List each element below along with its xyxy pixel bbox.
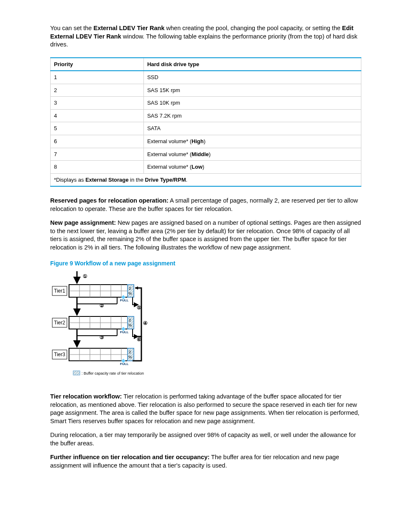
svg-text:FULL: FULL (120, 330, 129, 334)
callout-4: ④ (143, 320, 148, 326)
table-footnote-row: *Displays as External Storage in the Dri… (51, 173, 361, 186)
callout-5: ⑤ (137, 305, 141, 311)
callout-6: ⑥ (137, 337, 141, 342)
svg-text:2: 2 (129, 318, 131, 322)
table-row: 7External volume* (Middle) (51, 148, 361, 161)
table-row: 8External volume* (Low) (51, 161, 361, 174)
svg-text:2: 2 (129, 350, 131, 354)
th-priority: Priority (51, 58, 144, 71)
svg-text:FULL: FULL (120, 298, 129, 302)
svg-rect-53 (73, 371, 80, 375)
priority-table: Priority Hard disk drive type 1SSD 2SAS … (50, 57, 361, 187)
newpage-paragraph: New page assignment: New pages are assig… (50, 219, 361, 252)
table-row: 6External volume* (High) (51, 135, 361, 148)
table-row: 1SSD (51, 71, 361, 84)
svg-text:2: 2 (129, 286, 131, 290)
svg-text:%: % (128, 323, 132, 327)
svg-marker-38 (135, 286, 138, 290)
relocation-paragraph: Tier relocation workflow: Tier relocatio… (50, 393, 361, 425)
table-row: 4SAS 7.2K rpm (51, 109, 361, 122)
svg-text:Tier1: Tier1 (54, 288, 65, 294)
svg-text:%: % (128, 291, 132, 296)
legend-text: : Buffer capacity rate of tier relocatio… (82, 371, 144, 375)
tier1-group: Tier1 2 % FULL (52, 285, 134, 302)
table-row: 3SAS 10K rpm (51, 97, 361, 110)
svg-text:FULL: FULL (120, 362, 129, 366)
figure-diagram: ① Tier1 2 % FULL ② ⑤ Tier2 (50, 271, 361, 383)
th-drive-type: Hard disk drive type (143, 58, 361, 71)
svg-text:%: % (128, 355, 132, 359)
table-header-row: Priority Hard disk drive type (51, 58, 361, 71)
svg-text:Tier3: Tier3 (54, 352, 65, 357)
intro-paragraph: You can set the External LDEV Tier Rank … (50, 24, 361, 49)
table-row: 5SATA (51, 122, 361, 135)
further-paragraph: Further influence on tier relocation and… (50, 453, 361, 470)
callout-1: ① (83, 273, 87, 279)
figure-title: Figure 9 Workflow of a new page assignme… (50, 260, 361, 267)
table-row: 2SAS 15K rpm (51, 84, 361, 97)
svg-text:Tier2: Tier2 (54, 320, 65, 326)
tier3-group: Tier3 2 % FULL (52, 348, 134, 366)
during-paragraph: During relocation, a tier may temporaril… (50, 431, 361, 447)
tier2-group: Tier2 2 % FULL (52, 316, 134, 334)
reserved-paragraph: Reserved pages for relocation operation:… (50, 197, 361, 213)
